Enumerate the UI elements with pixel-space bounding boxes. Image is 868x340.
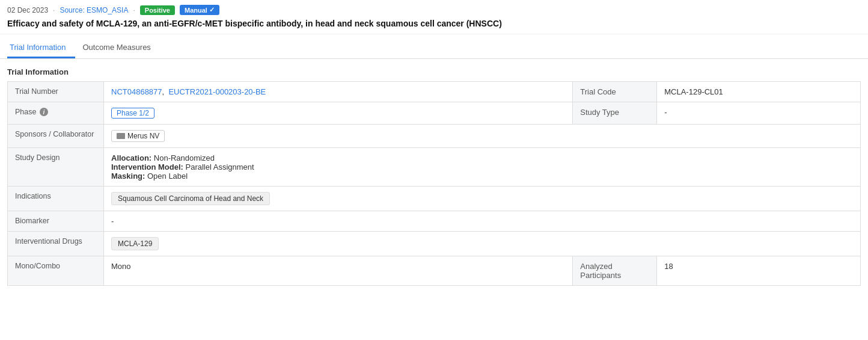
phase-info-icon[interactable]: i xyxy=(40,108,48,116)
table-row-phase: Phase i Phase 1/2 Study Type - xyxy=(8,102,861,124)
mono-combo-value: Mono xyxy=(104,256,573,285)
study-design-label: Study Design xyxy=(8,147,104,186)
tab-bar: Trial Information Outcome Measures xyxy=(0,37,868,59)
table-row-interventional-drugs: Interventional Drugs MCLA-129 xyxy=(8,231,861,256)
indications-value: Squamous Cell Carcinoma of Head and Neck xyxy=(104,186,861,211)
euctr-link[interactable]: EUCTR2021-000203-20-BE xyxy=(168,87,266,96)
mono-combo-label: Mono/Combo xyxy=(8,256,104,285)
phase-badge: Phase 1/2 xyxy=(111,108,154,119)
sponsors-label: Sponsors / Collaborator xyxy=(8,124,104,147)
article-title: Efficacy and safety of MCLA-129, an anti… xyxy=(7,18,861,30)
table-row-sponsors: Sponsors / Collaborator Merus NV xyxy=(8,124,861,147)
source-link[interactable]: Source: ESMO_ASIA xyxy=(60,6,128,14)
table-row-trial-number: Trial Number NCT04868877, EUCTR2021-0002… xyxy=(8,81,861,102)
date-label: 02 Dec 2023 xyxy=(7,6,48,14)
indications-label: Indications xyxy=(8,186,104,211)
intervention-model-value: Parallel Assignment xyxy=(186,162,254,172)
phase-label: Phase i xyxy=(8,102,104,124)
analyzed-participants-label: Analyzed Participants xyxy=(573,256,657,285)
manual-badge: Manual xyxy=(180,5,219,15)
nct-link[interactable]: NCT04868877 xyxy=(111,87,162,96)
trial-number-value: NCT04868877, EUCTR2021-000203-20-BE xyxy=(104,81,573,102)
masking-label: Masking: xyxy=(111,172,145,181)
study-design-value: Allocation: Non-Randomized Intervention … xyxy=(104,147,861,186)
analyzed-participants-value: 18 xyxy=(657,256,861,285)
table-row-study-design: Study Design Allocation: Non-Randomized … xyxy=(8,147,861,186)
phase-value: Phase 1/2 xyxy=(104,102,573,124)
sponsor-badge: Merus NV xyxy=(111,130,165,142)
indication-badge: Squamous Cell Carcinoma of Head and Neck xyxy=(111,192,270,205)
allocation-value: Non-Randomized xyxy=(154,153,215,162)
biomarker-value: - xyxy=(104,211,861,231)
biomarker-label: Biomarker xyxy=(8,211,104,231)
trial-info-table: Trial Number NCT04868877, EUCTR2021-0002… xyxy=(7,81,861,286)
trial-code-value: MCLA-129-CL01 xyxy=(657,81,861,102)
interventional-drugs-label: Interventional Drugs xyxy=(8,231,104,256)
section-title: Trial Information xyxy=(0,59,868,81)
drug-badge: MCLA-129 xyxy=(111,237,159,250)
positive-badge: Positive xyxy=(140,5,175,15)
sponsor-icon xyxy=(117,133,125,139)
table-row-indications: Indications Squamous Cell Carcinoma of H… xyxy=(8,186,861,211)
tab-trial-information[interactable]: Trial Information xyxy=(7,37,75,58)
table-row-mono-combo: Mono/Combo Mono Analyzed Participants 18 xyxy=(8,256,861,285)
trial-code-label: Trial Code xyxy=(573,81,657,102)
intervention-model-label: Intervention Model: xyxy=(111,162,183,172)
study-type-value: - xyxy=(657,102,861,124)
table-row-biomarker: Biomarker - xyxy=(8,211,861,231)
masking-value: Open Label xyxy=(147,172,188,181)
allocation-label: Allocation: xyxy=(111,153,151,162)
study-type-label: Study Type xyxy=(573,102,657,124)
interventional-drugs-value: MCLA-129 xyxy=(104,231,861,256)
sponsors-value: Merus NV xyxy=(104,124,861,147)
sponsor-name: Merus NV xyxy=(127,132,159,140)
tab-outcome-measures[interactable]: Outcome Measures xyxy=(80,37,160,58)
trial-number-label: Trial Number xyxy=(8,81,104,102)
